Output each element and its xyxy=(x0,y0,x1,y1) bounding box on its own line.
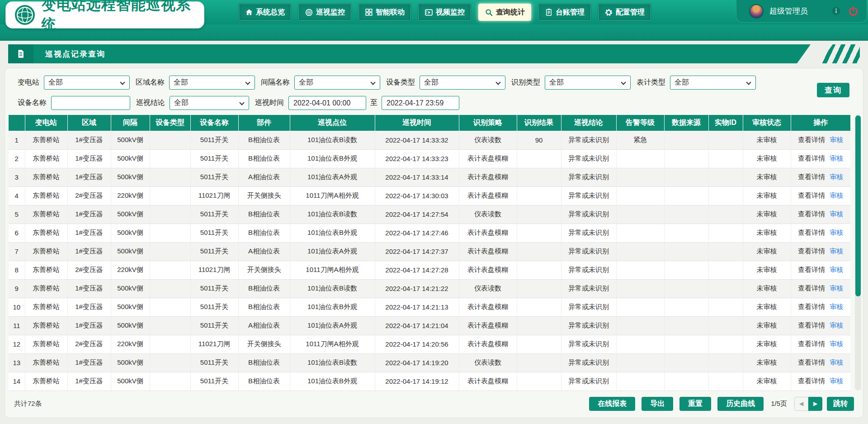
export-button[interactable]: 导出 xyxy=(642,397,673,411)
audit-link[interactable]: 审核 xyxy=(830,358,843,366)
view-detail-link[interactable]: 查看详情 xyxy=(798,284,825,292)
bay-name-select[interactable]: 全部 xyxy=(294,76,380,90)
history-curve-button[interactable]: 历史曲线 xyxy=(717,397,764,411)
audit-link[interactable]: 审核 xyxy=(830,247,843,255)
nav-config-management-button[interactable]: 配置管理 xyxy=(598,4,651,21)
main-panel: 变电站全部区域名称全部间隔名称全部设备类型全部识别类型全部表计类型全部 设备名称… xyxy=(5,68,863,418)
cell-part: B相油位表 xyxy=(238,205,290,224)
view-detail-link[interactable]: 查看详情 xyxy=(798,173,825,181)
nav-button-label: 系统总览 xyxy=(256,8,285,17)
reset-button[interactable]: 重置 xyxy=(679,397,711,411)
cell-point: 101油位表B外观 xyxy=(290,149,375,168)
cell-time: 2022-04-17 14:21:13 xyxy=(375,298,459,316)
audit-link[interactable]: 审核 xyxy=(830,377,843,385)
nav-button-label: 智能联动 xyxy=(376,8,405,17)
pager: ◀ ▶ xyxy=(794,397,822,411)
cell-time: 2022-04-17 14:27:46 xyxy=(375,224,459,242)
view-detail-link[interactable]: 查看详情 xyxy=(798,266,825,273)
cell-physical_id xyxy=(708,279,743,298)
cell-bay: 500kV侧 xyxy=(111,168,150,186)
cell-actions: 查看详情审核 xyxy=(791,131,850,149)
prev-page-button[interactable]: ◀ xyxy=(794,397,808,411)
jump-page-button[interactable]: 跳转 xyxy=(827,397,854,411)
meter-type-select[interactable]: 全部 xyxy=(670,76,756,90)
audit-link[interactable]: 审核 xyxy=(830,321,843,329)
cell-bay: 220kV侧 xyxy=(111,186,150,205)
view-detail-link[interactable]: 查看详情 xyxy=(798,377,825,385)
table-scrollbar[interactable] xyxy=(855,115,861,391)
audit-link[interactable]: 审核 xyxy=(830,191,843,199)
audit-link[interactable]: 审核 xyxy=(830,154,843,162)
station-select[interactable]: 全部 xyxy=(44,76,130,90)
device-type-filter: 设备类型全部 xyxy=(386,76,505,90)
device-type-select[interactable]: 全部 xyxy=(420,76,505,90)
cell-time: 2022-04-17 14:33:32 xyxy=(375,131,459,149)
audit-link[interactable]: 审核 xyxy=(830,266,843,273)
patrol-conclusion-select[interactable]: 全部 xyxy=(170,96,249,110)
avatar[interactable] xyxy=(749,4,764,19)
patrol-time-from-input[interactable]: 2022-04-01 00:00 xyxy=(288,96,366,110)
nav-query-statistics-button[interactable]: 查询统计 xyxy=(478,4,531,21)
recognition-type-select[interactable]: 全部 xyxy=(545,76,631,90)
app-title: 变电站远程智能巡视系统 xyxy=(42,0,204,35)
nav-patrol-monitor-button[interactable]: 巡视监控 xyxy=(298,4,351,21)
audit-link[interactable]: 审核 xyxy=(830,284,843,292)
online-report-button[interactable]: 在线报表 xyxy=(589,397,635,411)
view-detail-link[interactable]: 查看详情 xyxy=(798,247,825,255)
view-detail-link[interactable]: 查看详情 xyxy=(798,136,825,143)
audit-link[interactable]: 审核 xyxy=(830,210,843,218)
cell-conclusion: 异常或未识别 xyxy=(561,261,616,279)
cell-audit_status: 未审核 xyxy=(743,335,791,353)
nav-ledger-management-button[interactable]: 台账管理 xyxy=(538,4,591,21)
cell-part: B相油位表 xyxy=(238,279,290,298)
table-header-cell: 审核状态 xyxy=(743,115,791,131)
audit-link[interactable]: 审核 xyxy=(830,136,843,143)
chevron-down-icon xyxy=(239,100,244,105)
cell-alarm xyxy=(616,149,664,168)
view-detail-link[interactable]: 查看详情 xyxy=(798,229,825,236)
area-name-select[interactable]: 全部 xyxy=(169,76,255,90)
next-page-button[interactable]: ▶ xyxy=(808,397,822,411)
user-panel: 超级管理员 xyxy=(736,0,867,23)
info-icon[interactable] xyxy=(831,6,841,16)
table-row: 4东善桥站2#变压器220kV侧11021刀闸开关侧接头1011刀闸A相外观20… xyxy=(9,186,850,205)
table-scrollbar-thumb[interactable] xyxy=(855,115,861,296)
view-detail-link[interactable]: 查看详情 xyxy=(798,321,825,329)
device-name-input[interactable] xyxy=(51,96,130,110)
chevron-down-icon xyxy=(495,80,500,85)
cell-audit_status: 未审核 xyxy=(743,372,791,391)
power-icon[interactable] xyxy=(848,6,859,16)
cell-area: 2#变压器 xyxy=(67,186,111,205)
cell-part: B相油位表 xyxy=(238,298,290,316)
cell-no: 2 xyxy=(9,149,25,168)
cell-alarm xyxy=(616,168,664,186)
cell-point: 101油位表B读数 xyxy=(290,279,375,298)
nav-video-monitor-button[interactable]: 视频监控 xyxy=(418,4,471,21)
cell-area: 2#变压器 xyxy=(67,335,111,353)
query-button[interactable]: 查询 xyxy=(817,83,849,97)
cell-no: 8 xyxy=(9,261,25,279)
chevron-down-icon xyxy=(245,80,250,85)
view-detail-link[interactable]: 查看详情 xyxy=(798,191,825,199)
patrol-time-to-input[interactable]: 2022-04-17 23:59 xyxy=(382,96,459,110)
view-detail-link[interactable]: 查看详情 xyxy=(798,210,825,218)
view-detail-link[interactable]: 查看详情 xyxy=(798,358,825,366)
audit-link[interactable]: 审核 xyxy=(830,340,843,348)
audit-link[interactable]: 审核 xyxy=(830,173,843,181)
nav-smart-linkage-button[interactable]: 智能联动 xyxy=(359,4,411,21)
user-name: 超级管理员 xyxy=(769,6,808,16)
view-detail-link[interactable]: 查看详情 xyxy=(798,303,825,310)
cell-result xyxy=(517,353,561,372)
cell-part: A相油位表 xyxy=(238,242,290,261)
cell-dev_name: 5011开关 xyxy=(190,224,238,242)
page-info: 1/5页 xyxy=(771,400,787,408)
cell-part: 开关侧接头 xyxy=(238,186,290,205)
view-detail-link[interactable]: 查看详情 xyxy=(798,340,825,348)
cell-part: A相油位表 xyxy=(238,316,290,335)
audit-link[interactable]: 审核 xyxy=(830,303,843,310)
audit-link[interactable]: 审核 xyxy=(830,229,843,236)
app-logo-box: 变电站远程智能巡视系统 xyxy=(5,1,204,29)
nav-system-overview-button[interactable]: 系统总览 xyxy=(239,4,291,21)
view-detail-link[interactable]: 查看详情 xyxy=(798,154,825,162)
cell-station: 东善桥站 xyxy=(25,316,67,335)
